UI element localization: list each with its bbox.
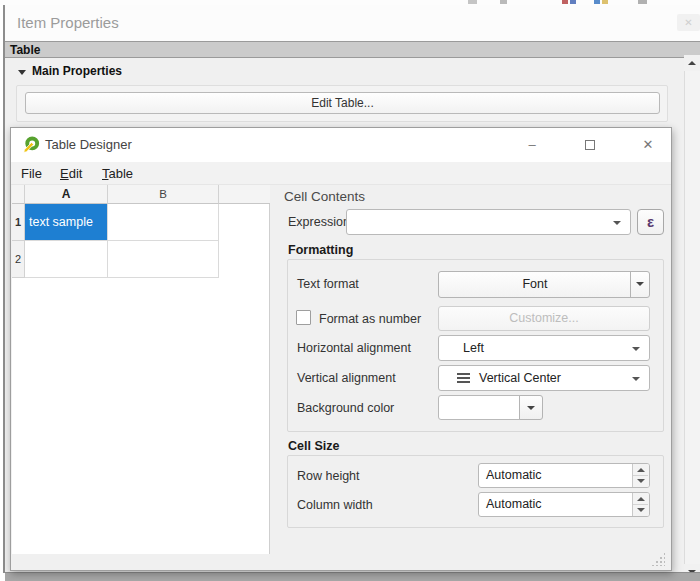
font-button-label[interactable]: Font [439,272,631,297]
spin-up-icon[interactable] [637,468,645,472]
toolbar-fragment [594,0,600,4]
toolbar-fragment [570,0,576,4]
cell-a2[interactable] [25,241,108,278]
font-dropdown-arrow[interactable] [630,272,649,297]
spreadsheet: A B 1 2 text sample [12,185,270,554]
column-width-spinbox[interactable]: Automatic [478,492,650,517]
spin-down-icon[interactable] [637,508,645,512]
expression-combobox[interactable] [346,209,631,235]
text-format-label: Text format [297,277,359,291]
row-height-label: Row height [297,469,360,483]
row-height-value: Automatic [486,468,542,482]
chevron-down-icon [632,377,640,381]
column-width-value: Automatic [486,497,542,511]
dialog-titlebar[interactable]: Table Designer – ✕ [11,128,671,162]
epsilon-icon: ε [647,213,654,230]
background-color-dropdown[interactable] [519,395,543,420]
maximize-button[interactable] [567,128,613,161]
menu-table[interactable]: Table [95,164,140,183]
vertical-alignment-label: Vertical alignment [297,371,396,385]
format-as-number-checkbox[interactable] [296,310,311,325]
item-properties-header: Item Properties ✕ [5,5,700,41]
close-icon: ✕ [643,137,654,152]
row-height-spinbox[interactable]: Automatic [478,463,650,488]
cell-b2[interactable] [108,241,219,278]
menu-edit[interactable]: Edit [53,164,89,183]
spin-up-icon[interactable] [637,497,645,501]
chevron-down-icon [636,282,644,286]
spinner-buttons[interactable] [632,464,649,487]
toolbar-fragment [602,0,608,4]
maximize-icon [585,140,595,150]
formatting-heading: Formatting [288,243,353,257]
minimize-icon: – [528,137,535,152]
menu-file[interactable]: File [14,164,49,183]
expression-input[interactable] [349,212,599,232]
section-bar-table[interactable]: Table [5,41,700,58]
toolbar-fragment [500,0,507,4]
column-header-filler [219,185,270,204]
spinner-divider [633,504,648,505]
row-header-1[interactable]: 1 [12,204,25,241]
lower-section-bar [5,572,700,581]
cell-size-heading: Cell Size [288,439,339,453]
screen: Item Properties ✕ Table Main Properties … [0,0,700,581]
cell-b1[interactable] [108,204,219,241]
corner-header-cell[interactable] [12,185,25,204]
cell-contents-heading: Cell Contents [284,189,365,204]
panel-title: Item Properties [17,14,119,31]
vertical-center-icon [457,373,470,383]
dialog-title: Table Designer [45,137,132,152]
main-properties-heading[interactable]: Main Properties [32,64,122,78]
cell-a1-selected[interactable]: text sample [25,204,108,241]
column-header-b[interactable]: B [108,185,219,204]
expression-builder-button[interactable]: ε [637,209,664,235]
text-format-button[interactable]: Font [438,271,650,298]
spin-down-icon[interactable] [637,479,645,483]
resize-grip[interactable] [651,552,665,566]
toolbar-fragment [562,0,568,4]
toolbar-fragment [468,0,477,4]
close-button[interactable]: ✕ [625,128,671,161]
arrow-up-icon [688,61,696,65]
panel-scrollbar[interactable] [684,55,700,581]
spinner-divider [633,475,648,476]
scrollbar-up-button[interactable] [684,55,700,71]
column-header-a[interactable]: A [25,185,108,204]
row-header-2[interactable]: 2 [12,241,25,278]
chevron-down-icon [632,347,640,351]
background-color-swatch[interactable] [438,395,520,420]
menubar: File Edit Table [11,162,671,185]
horizontal-alignment-combobox[interactable]: Left [438,335,650,361]
chevron-down-icon[interactable] [613,221,621,225]
format-as-number-label[interactable]: Format as number [319,312,421,326]
table-designer-dialog: Table Designer – ✕ File Edit Table A B 1… [10,127,672,571]
panel-close-button[interactable]: ✕ [677,14,700,31]
edit-table-button[interactable]: Edit Table... [25,92,660,114]
column-width-label: Column width [297,498,373,512]
customize-button[interactable]: Customize... [438,306,650,331]
horizontal-alignment-label: Horizontal alignment [297,341,411,355]
minimize-button[interactable]: – [509,128,555,161]
section-bar-label: Table [10,43,40,57]
vertical-alignment-combobox[interactable]: Vertical Center [438,365,650,391]
toolbar-fragment [638,0,647,4]
horizontal-alignment-value: Left [463,341,484,355]
background-color-label: Background color [297,401,394,415]
spinner-buttons[interactable] [632,493,649,516]
chevron-down-icon [527,406,535,410]
expression-label: Expression [288,215,350,229]
vertical-alignment-value: Vertical Center [479,371,561,385]
qgis-logo-icon [23,136,40,153]
collapse-arrow-icon[interactable] [18,70,26,75]
